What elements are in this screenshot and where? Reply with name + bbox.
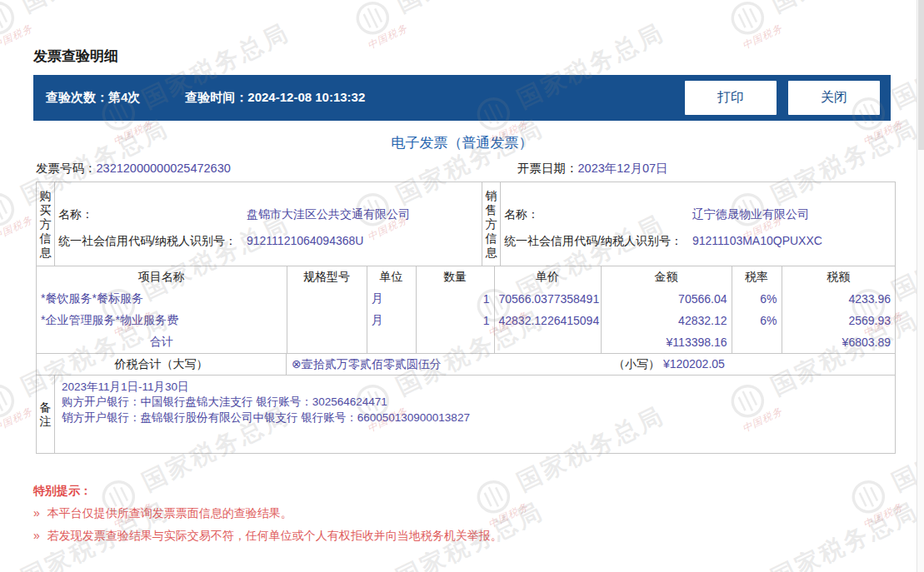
invoice-verification-page: 发票查验明细 查验次数：第4次 查验时间：2024-12-08 10:13:32… [0, 0, 924, 572]
party-info-row: 购买方信息 名称：盘锦市大洼区公共交通有限公司 统一社会信用代码/纳税人识别号：… [37, 182, 895, 266]
grand-total-small-value: ¥120202.05 [663, 357, 725, 371]
print-button[interactable]: 打印 [685, 81, 777, 115]
col-tax-rate: 税率 [732, 266, 782, 288]
col-unit: 单位 [367, 266, 416, 288]
items-total-row: 合计 ¥113398.16 ¥6803.89 [37, 331, 895, 353]
bullet-icon: » [33, 506, 40, 520]
seller-panel: 销售方信息 名称：辽宁德晟物业有限公司 统一社会信用代码/纳税人识别号：9121… [482, 182, 895, 266]
table-row: *餐饮服务*餐标服务 月 1 70566.0377358491 70566.04… [37, 288, 895, 310]
table-row: *企业管理服务*物业服务费 月 1 42832.1226415094 42832… [37, 310, 895, 331]
invoice-number-row: 发票号码：23212000000025472630 开票日期：2023年12月0… [36, 161, 896, 177]
item-spec [287, 310, 367, 331]
item-name: *企业管理服务*物业服务费 [37, 310, 287, 331]
vertical-scrollbar[interactable] [917, 0, 924, 572]
item-amount: 70566.04 [601, 288, 732, 310]
item-qty: 1 [416, 310, 494, 331]
check-time-value: 2024-12-08 10:13:32 [247, 90, 365, 104]
grand-total-label: 价税合计（大写） [37, 354, 287, 375]
item-name: *餐饮服务*餐标服务 [37, 288, 287, 310]
item-tax-rate: 6% [732, 288, 782, 310]
item-unit: 月 [367, 288, 416, 310]
verification-toolbar: 查验次数：第4次 查验时间：2024-12-08 10:13:32 打印 关闭 [33, 75, 891, 121]
notice-line: »本平台仅提供所查询发票票面信息的查验结果。 [33, 506, 292, 521]
grand-total-small-label: （小写） [613, 357, 660, 371]
remarks-row: 备注 2023年11月1日-11月30日 购方开户银行：中国银行盘锦大洼支行 银… [37, 375, 895, 454]
check-time: 查验时间：2024-12-08 10:13:32 [185, 90, 365, 106]
grand-total-row: 价税合计（大写） ⊗壹拾贰万零贰佰零贰圆伍分 （小写） ¥120202.05 [37, 353, 895, 375]
invoice-number-label: 发票号码： [36, 162, 97, 175]
line-items-table: 项目名称 规格型号 单位 数量 单价 金额 税率 税额 *餐饮服务*餐标服务 月… [37, 266, 895, 353]
items-header-row: 项目名称 规格型号 单位 数量 单价 金额 税率 税额 [37, 266, 895, 288]
remark-line: 2023年11月1日-11月30日 [62, 380, 888, 395]
page-title: 发票查验明细 [33, 47, 118, 66]
total-tax: ¥6803.89 [782, 331, 895, 353]
invoice-date-value: 2023年12月07日 [578, 162, 668, 175]
remark-line: 购方开户银行：中国银行盘锦大洼支行 银行账号：302564624471 [62, 395, 888, 410]
item-tax-rate: 6% [732, 310, 782, 331]
item-amount: 42832.12 [601, 310, 732, 331]
buyer-taxid-value: 91211121064094368U [247, 234, 363, 247]
remark-line: 销方开户银行：盘锦银行股份有限公司中银支行 银行账号：6600501309000… [62, 410, 888, 426]
item-qty: 1 [416, 288, 494, 310]
seller-taxid-value: 91211103MA10QPUXXC [692, 234, 822, 247]
buyer-panel: 购买方信息 名称：盘锦市大洼区公共交通有限公司 统一社会信用代码/纳税人识别号：… [37, 182, 482, 266]
item-price: 70566.0377358491 [494, 288, 601, 310]
seller-taxid-label: 统一社会信用代码/纳税人识别号： [504, 227, 692, 254]
buyer-name-value: 盘锦市大洼区公共交通有限公司 [247, 207, 410, 221]
bullet-icon: » [33, 529, 40, 542]
item-tax: 2569.93 [782, 310, 895, 331]
check-count-value: 第4次 [108, 90, 140, 104]
item-price: 42832.1226415094 [494, 310, 601, 331]
invoice-type-title: 电子发票（普通发票） [0, 133, 924, 152]
total-amount: ¥113398.16 [601, 331, 732, 353]
invoice-date-label: 开票日期： [517, 162, 578, 175]
seller-name-value: 辽宁德晟物业有限公司 [692, 207, 809, 221]
grand-total-words: ⊗壹拾贰万零贰佰零贰圆伍分 [292, 357, 442, 371]
col-spec: 规格型号 [287, 266, 367, 288]
col-tax: 税额 [782, 266, 895, 288]
col-amount: 金额 [601, 266, 732, 288]
scrollbar-thumb[interactable] [918, 0, 924, 150]
item-tax: 4233.96 [782, 288, 895, 310]
col-item-name: 项目名称 [37, 266, 287, 288]
seller-side-label: 销售方信息 [482, 182, 501, 266]
check-count-label: 查验次数： [46, 90, 108, 104]
total-label: 合计 [37, 331, 287, 353]
special-notice-title: 特别提示： [33, 484, 92, 499]
buyer-side-label: 购买方信息 [37, 182, 55, 266]
item-unit: 月 [367, 310, 416, 331]
buyer-name-label: 名称： [58, 201, 247, 227]
col-price: 单价 [494, 266, 601, 288]
invoice-detail-box: 购买方信息 名称：盘锦市大洼区公共交通有限公司 统一社会信用代码/纳税人识别号：… [36, 182, 896, 454]
item-spec [287, 288, 367, 310]
check-time-label: 查验时间： [185, 90, 247, 104]
close-button[interactable]: 关闭 [788, 81, 880, 115]
invoice-number-value: 23212000000025472630 [97, 162, 231, 175]
buyer-taxid-label: 统一社会信用代码/纳税人识别号： [58, 227, 247, 254]
col-qty: 数量 [416, 266, 494, 288]
seller-name-label: 名称： [504, 201, 692, 227]
check-count: 查验次数：第4次 [46, 90, 140, 106]
remarks-side-label: 备注 [37, 376, 55, 454]
notice-line: »若发现发票查验结果与实际交易不符，任何单位或个人有权拒收并向当地税务机关举报。 [33, 529, 502, 544]
